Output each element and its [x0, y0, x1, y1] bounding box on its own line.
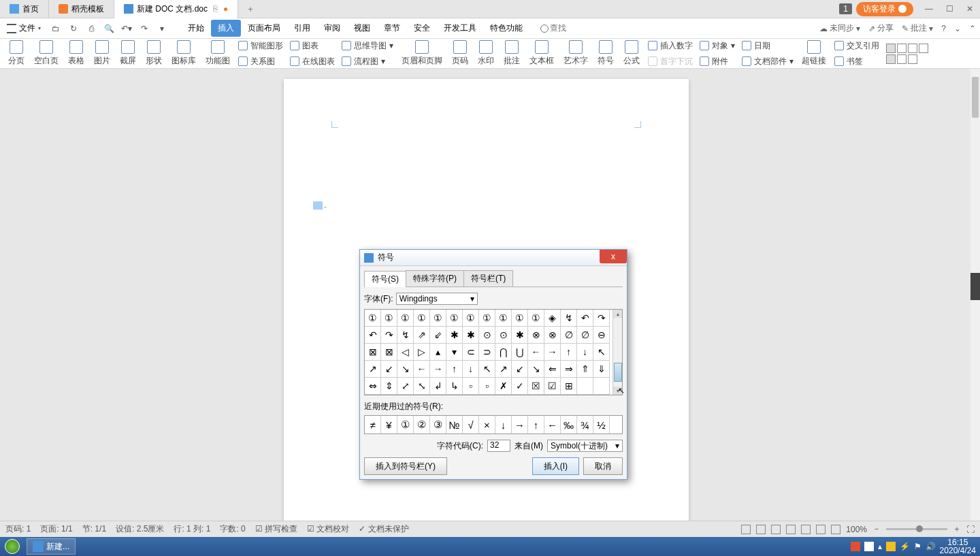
menutab-3[interactable]: 引用: [287, 20, 317, 37]
recent-symbol-cell[interactable]: √: [463, 416, 479, 434]
recent-symbol-cell[interactable]: →: [512, 416, 528, 434]
maximize-button[interactable]: ☐: [939, 2, 960, 16]
symbol-cell[interactable]: ①: [381, 310, 397, 327]
symbol-cell[interactable]: ①: [430, 310, 446, 327]
object-button[interactable]: 对象▾: [697, 39, 738, 53]
chart-button[interactable]: 图表: [287, 39, 338, 53]
symbol-cell[interactable]: ↯: [561, 310, 577, 327]
icon-library-button[interactable]: 图标库: [167, 40, 200, 67]
symbol-cell[interactable]: ⊗: [528, 327, 544, 344]
zoom-level[interactable]: 100%: [846, 525, 867, 534]
insert-to-bar-button[interactable]: 插入到符号栏(Y): [364, 457, 447, 475]
dialog-tab-1[interactable]: 特殊字符(P): [406, 270, 464, 287]
menutab-1[interactable]: 插入: [211, 20, 241, 37]
view-grid-7[interactable]: [908, 54, 917, 64]
recent-symbol-cell[interactable]: ≠: [365, 416, 381, 434]
symbol-cell[interactable]: ①: [397, 310, 414, 327]
recent-symbol-cell[interactable]: ↑: [528, 416, 544, 434]
status-rowcol[interactable]: 行: 1 列: 1: [174, 523, 210, 535]
symbol-cell[interactable]: ①: [479, 310, 495, 327]
side-panel-toggle[interactable]: [970, 273, 980, 300]
fit-page-button[interactable]: ⛶: [966, 525, 975, 534]
symbol-cell[interactable]: ⊖: [593, 327, 610, 344]
symbol-cell[interactable]: ⤢: [397, 378, 414, 395]
scroll-up-button[interactable]: ▴: [613, 310, 622, 318]
smartart-button[interactable]: 智能图形: [235, 39, 286, 53]
symbol-cell[interactable]: ①: [528, 310, 544, 327]
status-pages[interactable]: 页面: 1/1: [40, 523, 72, 535]
symbol-cell[interactable]: ✱: [512, 327, 528, 344]
shapes-button[interactable]: 形状: [142, 40, 166, 67]
cancel-button[interactable]: 取消: [583, 457, 623, 475]
symbol-cell[interactable]: ↗: [495, 361, 512, 378]
symbol-cell[interactable]: ▴: [430, 344, 446, 361]
symbol-cell[interactable]: →: [544, 344, 561, 361]
bookmark-button[interactable]: 书签: [832, 54, 882, 69]
char-code-input[interactable]: 32: [487, 440, 510, 452]
relation-chart-button[interactable]: 关系图: [235, 54, 286, 69]
recent-symbol-cell[interactable]: №: [446, 416, 463, 434]
status-page[interactable]: 页码: 1: [5, 523, 31, 535]
symbol-cell[interactable]: ↓: [577, 344, 593, 361]
tab-extra-icon[interactable]: ⎘: [213, 4, 218, 14]
symbol-cell[interactable]: ▫: [463, 378, 479, 395]
recent-symbol-cell[interactable]: ②: [414, 416, 430, 434]
view-icon-3[interactable]: [771, 525, 781, 534]
symbol-cell[interactable]: ⊙: [495, 327, 512, 344]
view-icon-6[interactable]: [816, 525, 826, 534]
symbol-cell[interactable]: ∅: [561, 327, 577, 344]
symbol-cell[interactable]: ⇑: [577, 361, 593, 378]
help-button[interactable]: ?: [941, 24, 946, 33]
reload-icon[interactable]: ↻: [68, 23, 79, 34]
comment-insert-button[interactable]: 批注: [500, 40, 524, 67]
symbol-grid-scrollbar[interactable]: ▴ ▾ ↖: [612, 310, 622, 395]
tab-home[interactable]: 首页: [0, 0, 49, 18]
screenshot-button[interactable]: 截屏: [116, 40, 140, 67]
symbol-cell[interactable]: ↘: [397, 361, 414, 378]
recent-symbol-cell[interactable]: ③: [430, 416, 446, 434]
symbol-cell[interactable]: ①: [463, 310, 479, 327]
menutab-7[interactable]: 安全: [407, 20, 437, 37]
function-chart-button[interactable]: 功能图: [201, 40, 234, 67]
view-icon-5[interactable]: [801, 525, 811, 534]
table-button[interactable]: 表格: [64, 40, 88, 67]
wordart-button[interactable]: 艺术字: [559, 40, 592, 67]
symbol-cell[interactable]: ◈: [544, 310, 561, 327]
symbol-cell[interactable]: ↑: [561, 344, 577, 361]
symbol-cell[interactable]: ▷: [414, 344, 430, 361]
qat-dropdown-icon[interactable]: ▾: [157, 23, 167, 34]
print-icon[interactable]: ⎙: [86, 23, 97, 34]
collapse-ribbon-down[interactable]: ⌄: [954, 24, 961, 33]
symbol-cell[interactable]: ⇕: [381, 378, 397, 395]
symbol-cell[interactable]: ☑: [544, 378, 561, 395]
tray-volume-icon[interactable]: 🔊: [926, 542, 936, 551]
picture-button[interactable]: 图片: [90, 40, 114, 67]
menutab-8[interactable]: 开发工具: [437, 20, 483, 37]
symbol-cell[interactable]: ⇐: [544, 361, 561, 378]
close-window-button[interactable]: ✕: [960, 2, 980, 16]
status-setting[interactable]: 设值: 2.5厘米: [116, 523, 164, 535]
symbol-cell[interactable]: ↯: [397, 327, 414, 344]
menutab-2[interactable]: 页面布局: [241, 20, 287, 37]
view-grid-3[interactable]: [908, 44, 917, 53]
share-button[interactable]: ⇗ 分享: [868, 22, 894, 34]
insert-number-button[interactable]: 插入数字: [645, 39, 696, 53]
font-dropdown[interactable]: Wingdings▾: [396, 293, 478, 305]
symbol-cell[interactable]: ⇒: [561, 361, 577, 378]
equation-button[interactable]: 公式: [619, 40, 644, 67]
symbol-cell[interactable]: ↓: [463, 361, 479, 378]
login-badge[interactable]: 访客登录: [856, 2, 913, 16]
symbol-cell[interactable]: ▫: [479, 378, 495, 395]
preview-icon[interactable]: 🔍: [103, 23, 114, 34]
start-button[interactable]: [0, 537, 24, 556]
symbol-cell[interactable]: [593, 378, 610, 395]
symbol-cell[interactable]: ①: [446, 310, 463, 327]
symbol-cell[interactable]: ✱: [463, 327, 479, 344]
symbol-cell[interactable]: →: [430, 361, 446, 378]
redo-icon[interactable]: ↷: [139, 23, 150, 34]
tab-templates[interactable]: 稻壳模板: [49, 0, 114, 18]
hyperlink-button[interactable]: 超链接: [798, 40, 830, 67]
scroll-down-button[interactable]: ▾: [613, 387, 622, 395]
comment-button[interactable]: ✎ 批注 ▾: [902, 22, 933, 34]
recent-symbol-cell[interactable]: ‰: [561, 416, 577, 434]
